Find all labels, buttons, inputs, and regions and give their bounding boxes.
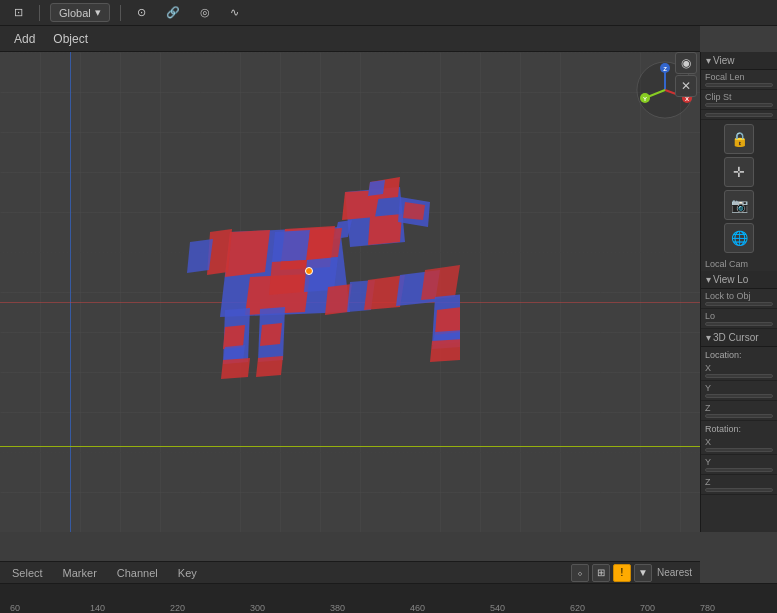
svg-marker-37 bbox=[430, 339, 460, 362]
view-lock-section-header: ▾ View Lo bbox=[701, 271, 777, 289]
lock-camera-button[interactable]: 🔒 bbox=[724, 124, 754, 154]
channel-menu[interactable]: Channel bbox=[113, 565, 162, 581]
rot-z-label: Z bbox=[705, 477, 773, 487]
view-section-label: View bbox=[713, 55, 735, 66]
tick-700: 700 bbox=[640, 603, 655, 613]
select-menu[interactable]: Select bbox=[8, 565, 47, 581]
axis-y-line bbox=[70, 52, 71, 532]
svg-marker-23 bbox=[269, 260, 307, 295]
sync-button[interactable]: ⊞ bbox=[592, 564, 610, 582]
view-section-arrow: ▾ bbox=[706, 55, 711, 66]
3d-cursor-section-label: 3D Cursor bbox=[713, 332, 759, 343]
tick-620: 620 bbox=[570, 603, 585, 613]
menu-object[interactable]: Object bbox=[45, 29, 96, 49]
cursor-x-field[interactable] bbox=[705, 374, 773, 378]
cursor-z-label: Z bbox=[705, 403, 773, 413]
mode-icon-glyph: ⊡ bbox=[14, 6, 23, 19]
globe-button[interactable]: 🌐 bbox=[724, 223, 754, 253]
top-toolbar: ⊡ Global ▾ ⊙ 🔗 ◎ ∿ bbox=[0, 0, 777, 26]
clip-start-field[interactable] bbox=[705, 103, 773, 107]
svg-marker-40 bbox=[368, 180, 385, 196]
3d-viewport[interactable] bbox=[0, 52, 700, 532]
svg-text:Z: Z bbox=[663, 66, 667, 72]
svg-marker-8 bbox=[403, 202, 425, 220]
nearest-label: Nearest bbox=[657, 567, 692, 578]
rot-x-field[interactable] bbox=[705, 448, 773, 452]
clip-end-row bbox=[701, 110, 777, 120]
cursor-x-label: X bbox=[705, 363, 773, 373]
magnet-button[interactable]: 🔗 bbox=[160, 4, 186, 21]
key-menu[interactable]: Key bbox=[174, 565, 201, 581]
3d-object-dog bbox=[110, 132, 460, 402]
focal-length-field[interactable] bbox=[705, 83, 773, 87]
viewport-status-bar: Select Marker Channel Key ⬦ ⊞ ! ▼ Neares… bbox=[0, 561, 700, 583]
svg-marker-6 bbox=[368, 214, 402, 245]
marker-menu[interactable]: Marker bbox=[59, 565, 101, 581]
svg-marker-36 bbox=[256, 356, 283, 377]
rot-z-field[interactable] bbox=[705, 488, 773, 492]
svg-marker-14 bbox=[260, 323, 282, 346]
toolbar-divider-2 bbox=[120, 5, 121, 21]
rot-y-row: Y bbox=[701, 455, 777, 475]
svg-marker-35 bbox=[221, 358, 250, 379]
clip-end-field[interactable] bbox=[705, 113, 773, 117]
view-section-header: ▾ View bbox=[701, 52, 777, 70]
snap-button[interactable]: ⊙ bbox=[131, 4, 152, 21]
transform-global-dropdown[interactable]: Global ▾ bbox=[50, 3, 110, 22]
cursor-y-label: Y bbox=[705, 383, 773, 393]
lock-to-obj-row: Lock to Obj bbox=[701, 289, 777, 309]
warning-button[interactable]: ! bbox=[613, 564, 631, 582]
overlay-button[interactable]: ◉ bbox=[675, 52, 697, 74]
timeline-bar[interactable]: 60 140 220 300 380 460 540 620 700 780 bbox=[0, 583, 777, 613]
dropdown-arrow: ▾ bbox=[95, 6, 101, 19]
local-cam-label: Local Cam bbox=[701, 257, 777, 271]
mode-icon[interactable]: ⊡ bbox=[8, 4, 29, 21]
rot-x-row: X bbox=[701, 435, 777, 455]
proportional-button[interactable]: ◎ bbox=[194, 4, 216, 21]
3d-cursor-arrow: ▾ bbox=[706, 332, 711, 343]
cursor-y-field[interactable] bbox=[705, 394, 773, 398]
lo-field[interactable] bbox=[705, 322, 773, 326]
lo-label: Lo bbox=[705, 311, 773, 321]
view-lock-arrow: ▾ bbox=[706, 274, 711, 285]
bottom-bar-right-icons: ⬦ ⊞ ! ▼ Nearest bbox=[571, 564, 692, 582]
wave-button[interactable]: ∿ bbox=[224, 4, 245, 21]
tick-220: 220 bbox=[170, 603, 185, 613]
rot-z-row: Z bbox=[701, 475, 777, 495]
lock-to-obj-field[interactable] bbox=[705, 302, 773, 306]
cursor-y-row: Y bbox=[701, 381, 777, 401]
focal-length-row: Focal Len bbox=[701, 70, 777, 90]
location-section-label: Location: bbox=[701, 347, 777, 361]
svg-marker-29 bbox=[421, 265, 460, 300]
svg-marker-21 bbox=[272, 230, 310, 262]
keyframe-button[interactable]: ⬦ bbox=[571, 564, 589, 582]
view-lock-label: View Lo bbox=[713, 274, 748, 285]
lo-row: Lo bbox=[701, 309, 777, 329]
tick-140: 140 bbox=[90, 603, 105, 613]
focal-length-label: Focal Len bbox=[705, 72, 773, 82]
filter-button[interactable]: ▼ bbox=[634, 564, 652, 582]
tick-300: 300 bbox=[250, 603, 265, 613]
rotation-section-label: Rotation: bbox=[701, 421, 777, 435]
tick-540: 540 bbox=[490, 603, 505, 613]
svg-marker-1 bbox=[225, 230, 270, 277]
menu-add[interactable]: Add bbox=[6, 29, 43, 49]
right-properties-panel: ▾ View Focal Len Clip St 🔒 ✛ 📷 🌐 Local C… bbox=[700, 52, 777, 532]
menu-bar: Add Object bbox=[0, 26, 700, 52]
3d-cursor-section-header: ▾ 3D Cursor bbox=[701, 329, 777, 347]
rot-y-field[interactable] bbox=[705, 468, 773, 472]
svg-marker-22 bbox=[307, 228, 342, 260]
camera-button[interactable]: 📷 bbox=[724, 190, 754, 220]
cursor-z-field[interactable] bbox=[705, 414, 773, 418]
cursor-x-row: X bbox=[701, 361, 777, 381]
transform-label: Global bbox=[59, 7, 91, 19]
rot-y-label: Y bbox=[705, 457, 773, 467]
cursor-button[interactable]: ✛ bbox=[724, 157, 754, 187]
cursor-z-row: Z bbox=[701, 401, 777, 421]
svg-marker-20 bbox=[187, 239, 213, 273]
clip-start-label: Clip St bbox=[705, 92, 773, 102]
3d-cursor[interactable] bbox=[305, 267, 313, 275]
xray-button[interactable]: ✕ bbox=[675, 75, 697, 97]
timeline-content: 60 140 220 300 380 460 540 620 700 780 bbox=[0, 584, 777, 613]
axis-green-line bbox=[0, 446, 700, 447]
